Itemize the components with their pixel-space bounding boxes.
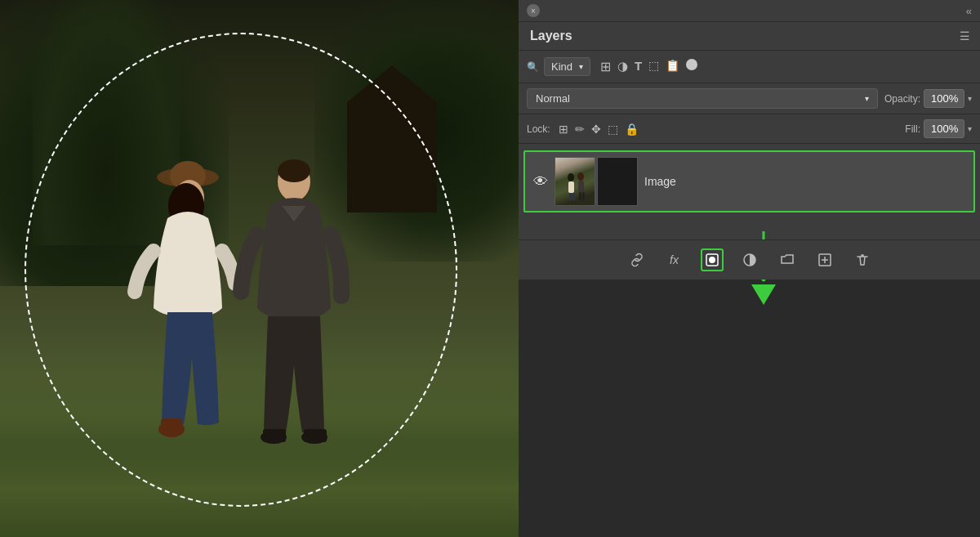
kind-dropdown[interactable]: Kind ▾ (544, 57, 590, 76)
panel-collapse-button[interactable]: « (966, 5, 972, 17)
layers-menu-icon[interactable]: ☰ (960, 29, 970, 43)
svg-point-7 (278, 159, 310, 182)
filter-smartobject-icon[interactable]: 📋 (666, 59, 679, 74)
lock-brush-icon[interactable]: ✏ (575, 123, 585, 136)
search-icon: 🔍 (527, 61, 539, 73)
bottom-empty-area (519, 280, 980, 537)
filter-type-icon[interactable]: T (635, 59, 642, 74)
lock-label: Lock: (527, 123, 550, 135)
svg-point-12 (568, 173, 574, 181)
canvas-area (0, 0, 519, 537)
new-layer-button[interactable] (813, 248, 836, 271)
filter-shape-icon[interactable]: ⬚ (648, 59, 659, 74)
opacity-dropdown-arrow[interactable]: ▾ (968, 94, 972, 103)
svg-rect-19 (582, 192, 585, 200)
lock-move-icon[interactable]: ✥ (591, 123, 601, 136)
opacity-label: Opacity: (884, 93, 920, 105)
filter-adjustment-icon[interactable]: ◑ (617, 59, 628, 74)
blend-opacity-row: Normal ▾ Opacity: 100% ▾ (519, 83, 980, 114)
svg-marker-20 (751, 284, 776, 305)
add-mask-button[interactable] (701, 248, 724, 271)
layer-thumbnail-mask (597, 157, 638, 206)
panel-close-button[interactable]: × (527, 4, 540, 17)
link-layers-button[interactable] (626, 248, 648, 271)
fill-input[interactable]: 100% (924, 119, 964, 138)
layer-name: Image (644, 175, 965, 188)
fill-group: Fill: 100% ▾ (905, 119, 972, 138)
lock-artboard-icon[interactable]: ⬚ (608, 123, 618, 136)
svg-rect-17 (578, 181, 584, 192)
svg-rect-15 (572, 193, 575, 201)
filter-row: 🔍 Kind ▾ ⊞ ◑ T ⬚ 📋 (519, 51, 980, 83)
layers-list: 👁 (519, 144, 980, 239)
fx-button[interactable]: fx (663, 248, 686, 271)
fill-dropdown-arrow[interactable]: ▾ (968, 124, 972, 133)
svg-rect-13 (568, 181, 574, 193)
opacity-group: Opacity: 100% ▾ (884, 89, 972, 108)
layer-row[interactable]: 👁 (523, 150, 975, 213)
layers-panel-title: Layers (530, 29, 572, 43)
layers-panel: Layers ☰ 🔍 Kind ▾ ⊞ ◑ T (519, 22, 980, 280)
filter-icons: ⊞ ◑ T ⬚ 📋 (600, 59, 697, 74)
svg-point-16 (577, 172, 584, 181)
svg-rect-14 (569, 193, 572, 201)
couple-silhouette (57, 79, 425, 512)
layer-thumbnails (555, 157, 638, 206)
layers-toolbar: fx (519, 239, 980, 280)
lock-fill-row: Lock: ⊞ ✏ ✥ ⬚ 🔒 Fill: 100% ▾ (519, 114, 980, 144)
svg-rect-18 (579, 192, 581, 200)
filter-pixel-icon[interactable]: ⊞ (600, 59, 611, 74)
opacity-input[interactable]: 100% (924, 89, 964, 108)
fill-label: Fill: (905, 123, 920, 135)
svg-rect-5 (161, 418, 182, 435)
lock-icons: ⊞ ✏ ✥ ⬚ 🔒 (559, 123, 898, 136)
svg-point-22 (709, 257, 715, 263)
layer-visibility-icon[interactable]: 👁 (533, 173, 548, 190)
fx-label: fx (670, 253, 679, 266)
blend-mode-dropdown[interactable]: Normal ▾ (527, 88, 878, 109)
filter-color-dot[interactable] (686, 59, 697, 70)
lock-all-icon[interactable]: 🔒 (625, 123, 639, 136)
new-group-button[interactable] (776, 248, 799, 271)
add-adjustment-button[interactable] (738, 248, 761, 271)
lock-checkerboard-icon[interactable]: ⊞ (559, 123, 568, 136)
layer-thumbnail-main (555, 157, 595, 206)
svg-rect-11 (304, 429, 327, 442)
svg-rect-9 (263, 429, 286, 442)
delete-layer-button[interactable] (851, 248, 874, 271)
layers-panel-header: Layers ☰ (519, 22, 980, 51)
